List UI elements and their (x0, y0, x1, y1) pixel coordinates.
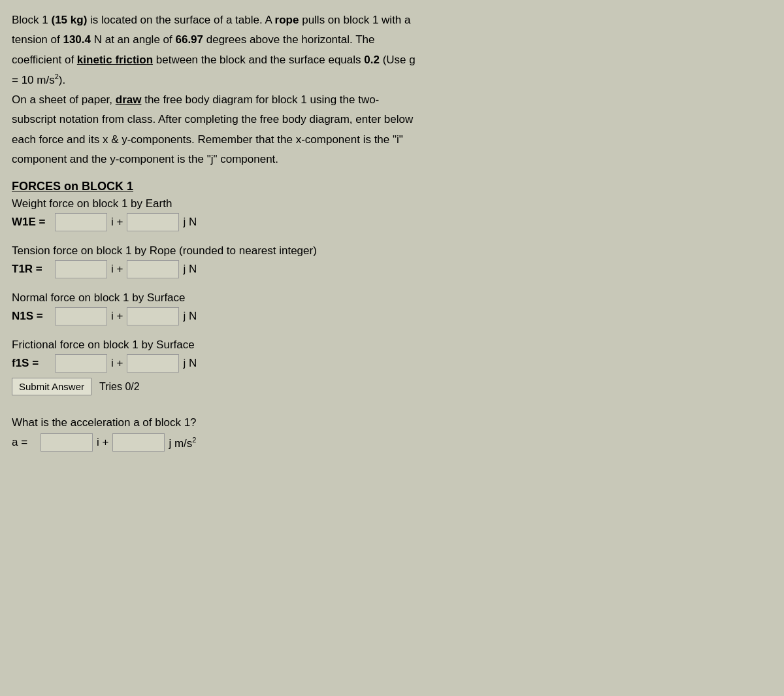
friction-force-group: Frictional force on block 1 by Surface f… (12, 339, 768, 395)
submit-button[interactable]: Submit Answer (12, 378, 91, 395)
accel-j-suffix: j m/s2 (169, 436, 196, 450)
weight-force-row: W1E = i + j N (12, 213, 768, 231)
intro-line1: Block 1 (Block 1 (15 kg) is located on t… (12, 12, 768, 29)
tension-force-group: Tension force on block 1 by Rope (rounde… (12, 244, 768, 278)
n1s-i-suffix: i + (111, 310, 123, 323)
acceleration-section: What is the acceleration a of block 1? a… (12, 416, 768, 452)
t1r-j-suffix: j N (183, 263, 197, 276)
tension-force-label: Tension force on block 1 by Rope (rounde… (12, 244, 768, 257)
t1r-i-suffix: i + (111, 263, 123, 276)
t1r-j-input[interactable] (127, 260, 179, 278)
f1s-j-input[interactable] (127, 354, 179, 373)
acceleration-question: What is the acceleration a of block 1? (12, 416, 768, 429)
n1s-j-suffix: j N (183, 310, 197, 323)
f1s-j-suffix: j N (183, 357, 197, 370)
f1s-i-input[interactable] (55, 354, 107, 373)
intro-line2: tension of 130.4 N at an angle of 66.97 … (12, 31, 768, 48)
weight-force-label: Weight force on block 1 by Earth (12, 197, 768, 210)
w1e-j-input[interactable] (127, 213, 179, 231)
normal-force-group: Normal force on block 1 by Surface N1S =… (12, 291, 768, 325)
friction-force-row: f1S = i + j N (12, 354, 768, 373)
acceleration-row: a = i + j m/s2 (12, 433, 768, 452)
intro-line8: component and the y-component is the "j"… (12, 151, 768, 168)
forces-section: FORCES on BLOCK 1 Weight force on block … (12, 180, 768, 395)
normal-force-row: N1S = i + j N (12, 307, 768, 325)
t1r-label: T1R = (12, 263, 51, 276)
w1e-j-suffix: j N (183, 216, 197, 229)
tension-force-row: T1R = i + j N (12, 260, 768, 278)
normal-force-label: Normal force on block 1 by Surface (12, 291, 768, 305)
w1e-i-input[interactable] (55, 213, 107, 231)
weight-force-group: Weight force on block 1 by Earth W1E = i… (12, 197, 768, 231)
f1s-label: f1S = (12, 357, 51, 370)
intro-line3: coefficient of kinetic friction between … (12, 52, 768, 69)
n1s-i-input[interactable] (55, 307, 107, 325)
forces-title: FORCES on BLOCK 1 (12, 180, 768, 193)
n1s-j-input[interactable] (127, 307, 179, 325)
w1e-i-suffix: i + (111, 216, 123, 229)
intro-line5: On a sheet of paper, draw the free body … (12, 91, 768, 108)
intro-line4: = 10 m/s2). (12, 71, 768, 89)
intro-line6: subscript notation from class. After com… (12, 111, 768, 128)
t1r-i-input[interactable] (55, 260, 107, 278)
accel-label: a = (12, 436, 37, 449)
tries-text: Tries 0/2 (99, 381, 140, 393)
n1s-label: N1S = (12, 310, 51, 323)
submit-row: Submit Answer Tries 0/2 (12, 378, 768, 395)
accel-j-input[interactable] (112, 433, 165, 452)
accel-i-input[interactable] (41, 433, 93, 452)
friction-force-label: Frictional force on block 1 by Surface (12, 339, 768, 352)
accel-i-suffix: i + (97, 436, 108, 449)
intro-line7: each force and its x & y-components. Rem… (12, 131, 768, 148)
f1s-i-suffix: i + (111, 357, 123, 370)
intro-block: Block 1 (Block 1 (15 kg) is located on t… (12, 12, 768, 168)
w1e-label: W1E = (12, 216, 51, 229)
